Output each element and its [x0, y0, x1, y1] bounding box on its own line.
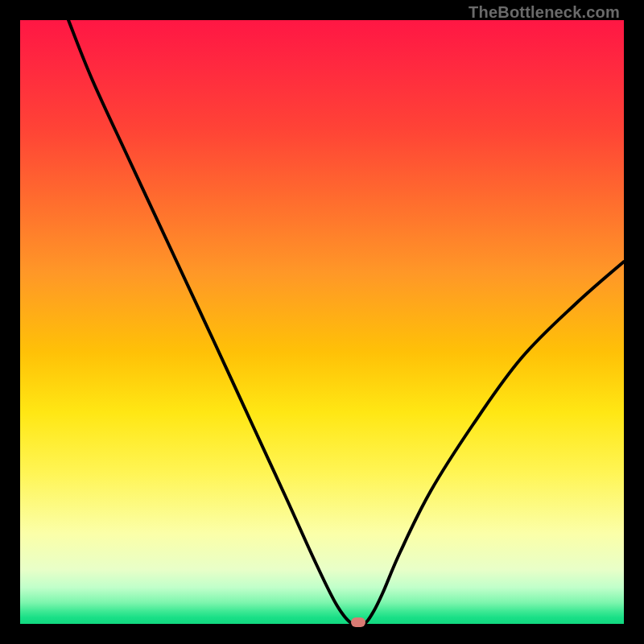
curve-svg	[20, 20, 624, 624]
bottleneck-curve	[68, 20, 624, 626]
plot-area	[20, 20, 624, 624]
watermark-text: TheBottleneck.com	[469, 3, 620, 22]
chart-frame: TheBottleneck.com	[0, 0, 644, 644]
optimum-marker	[351, 617, 365, 627]
